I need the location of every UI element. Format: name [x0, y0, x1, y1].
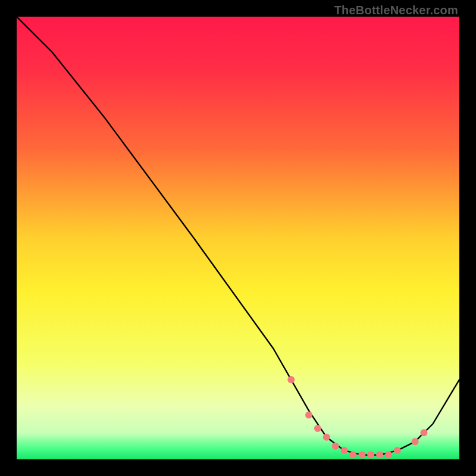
marker-dot	[412, 438, 419, 445]
marker-dot	[332, 443, 339, 450]
marker-dot	[323, 434, 330, 441]
marker-dot	[314, 425, 321, 432]
marker-dot	[305, 412, 312, 419]
marker-dot	[358, 452, 365, 459]
gradient-background	[17, 17, 459, 459]
chart-svg	[17, 17, 459, 459]
chart-frame: TheBottleNecker.com	[0, 0, 476, 476]
watermark-text: TheBottleNecker.com	[334, 4, 458, 17]
marker-dot	[376, 452, 383, 459]
marker-dot	[287, 376, 295, 383]
marker-dot	[385, 452, 392, 459]
marker-dot	[367, 452, 374, 459]
plot-area	[17, 17, 459, 459]
marker-dot	[341, 447, 348, 454]
marker-dot	[420, 429, 427, 436]
marker-dot	[394, 447, 401, 454]
marker-dot	[349, 452, 356, 459]
